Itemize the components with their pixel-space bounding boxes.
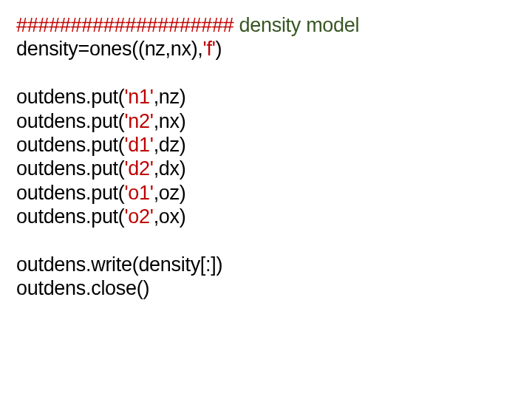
code-text: ,dz) xyxy=(154,134,186,156)
code-line-6: outdens.put('d2',dx) xyxy=(16,157,516,180)
code-line-5: outdens.put('d1',dz) xyxy=(16,133,516,157)
code-line-4: outdens.put('n2',nx) xyxy=(16,109,516,133)
slide: #################### density model densi… xyxy=(0,0,532,399)
code-text: outdens.put( xyxy=(16,157,125,180)
code-line-7: outdens.put('o1',oz) xyxy=(16,181,516,205)
code-text: outdens.put( xyxy=(16,182,125,204)
code-text: ,nz) xyxy=(154,86,186,108)
string-literal: 'n2' xyxy=(125,110,154,132)
code-text: outdens.close() xyxy=(16,277,149,299)
code-text: outdens.put( xyxy=(16,134,125,156)
code-line-2: density=ones((nz,nx),'f') xyxy=(16,37,516,61)
comment-text: density model xyxy=(239,14,360,36)
code-line-9: outdens.write(density[:]) xyxy=(16,253,516,276)
code-text: density=ones((nz,nx), xyxy=(16,38,203,60)
code-text: ,oz) xyxy=(154,182,186,204)
code-text: outdens.put( xyxy=(16,205,125,228)
code-text: ) xyxy=(216,38,222,60)
string-literal: 'n1' xyxy=(125,86,154,108)
string-literal: 'o1' xyxy=(125,182,154,204)
code-text: ,nx) xyxy=(154,110,186,132)
code-text: outdens.put( xyxy=(16,86,125,108)
code-block: #################### density model densi… xyxy=(16,13,516,301)
code-line-3: outdens.put('n1',nz) xyxy=(16,85,516,109)
code-line-8: outdens.put('o2',ox) xyxy=(16,205,516,228)
code-text: outdens.write(density[:]) xyxy=(16,253,222,276)
blank-line xyxy=(16,61,516,85)
string-literal: 'd2' xyxy=(125,157,154,180)
code-line-10: outdens.close() xyxy=(16,276,516,300)
code-line-1: #################### density model xyxy=(16,13,516,37)
space xyxy=(233,14,239,36)
string-literal: 'd1' xyxy=(125,134,154,156)
string-literal: 'o2' xyxy=(125,205,154,228)
blank-line xyxy=(16,229,516,253)
comment-hashes: #################### xyxy=(16,14,233,36)
code-text: outdens.put( xyxy=(16,110,125,132)
string-literal: 'f' xyxy=(203,38,216,60)
code-text: ,dx) xyxy=(154,157,186,180)
code-text: ,ox) xyxy=(154,205,186,228)
